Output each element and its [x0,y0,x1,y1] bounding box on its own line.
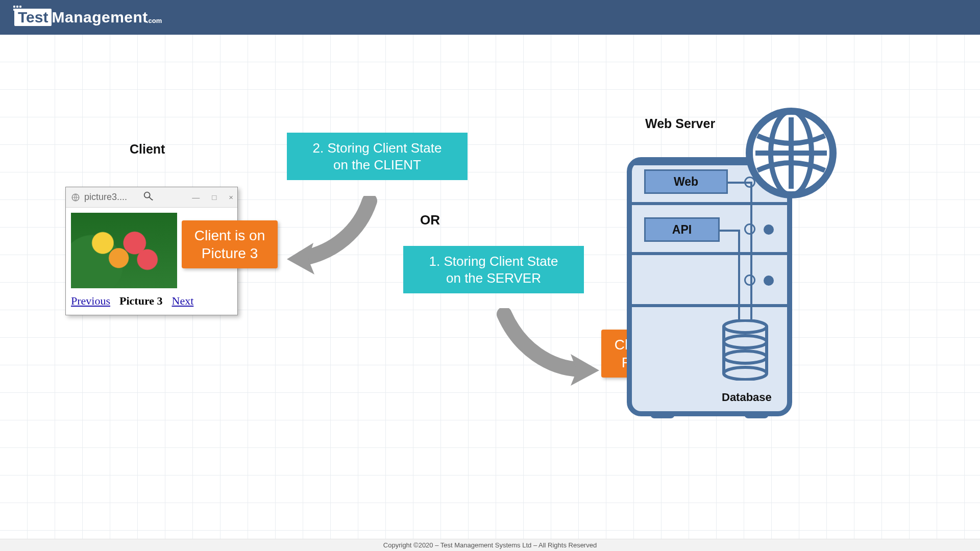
browser-tab-title: picture3.... [84,192,127,203]
svg-point-3 [724,320,767,333]
or-label: OR [420,212,440,228]
svg-point-6 [724,367,767,380]
footer-text: Copyright ©2020 – Test Management System… [383,541,597,549]
client-state-callout: Client is on Picture 3 [182,220,278,268]
diagram-canvas: Client Web Server 2. Storing Client Stat… [0,35,980,539]
client-label: Client [130,142,165,157]
current-label: Picture 3 [119,294,163,308]
led-icon [764,224,774,235]
globe-icon [71,193,80,202]
next-link[interactable]: Next [172,294,194,308]
brand-mgmt: Management [52,9,148,26]
svg-point-4 [724,336,767,348]
maximize-icon[interactable]: □ [212,193,216,202]
led-icon [744,223,755,235]
footer: Copyright ©2020 – Test Management System… [0,539,980,551]
arrow-to-server [494,308,601,395]
browser-titlebar: picture3.... — □ × [66,187,237,208]
arrow-to-client [283,196,385,288]
store-server-box: 1. Storing Client State on the SERVER [403,246,584,293]
svg-point-5 [724,351,767,363]
server-api-box: API [644,217,720,242]
picture-image [71,213,177,288]
internet-globe-icon [745,107,837,199]
window-controls: — □ × [192,193,233,202]
prev-link[interactable]: Previous [71,294,110,308]
store-client-box: 2. Storing Client State on the CLIENT [287,133,468,180]
picture-nav: Previous Picture 3 Next [71,294,232,308]
brand-dots-icon [13,6,21,11]
brand-bar: Test Management .com [0,0,980,35]
brand-com: .com [146,17,162,24]
database-label: Database [722,391,772,404]
brand-test: Test [14,9,52,26]
web-server-label: Web Server [645,116,715,131]
brand-logo: Test Management .com [14,9,163,26]
led-icon [764,276,774,286]
server-feet [650,411,769,418]
cursor-icon [142,190,154,202]
database-icon [722,319,769,381]
close-icon[interactable]: × [229,193,233,202]
led-icon [744,274,755,286]
minimize-icon[interactable]: — [192,193,200,202]
server-web-box: Web [644,169,728,194]
